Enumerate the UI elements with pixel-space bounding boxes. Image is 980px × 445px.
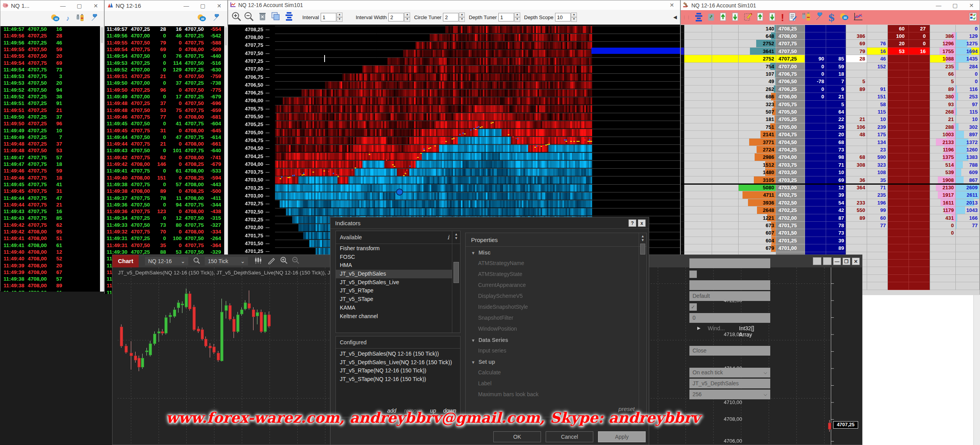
scroll-up-icon[interactable]: ▲ — [452, 231, 460, 236]
available-item[interactable]: KAMA — [336, 304, 452, 312]
window4-titlebar[interactable]: NQ 12-16 Account Sim101 — ▢ ✕ — [681, 0, 980, 11]
ts-row[interactable]: 11:49:40 4708,00 12 — [0, 249, 100, 256]
search-icon[interactable] — [193, 257, 200, 265]
ts-row[interactable]: 11:49:56 4707,25 28 — [0, 33, 100, 39]
scroll-down-icon[interactable]: ▼ — [639, 238, 646, 242]
section-header[interactable]: ▼Misc — [466, 247, 491, 258]
zoom-in-icon[interactable] — [280, 256, 288, 266]
property-input[interactable]: Close — [689, 346, 770, 356]
ts-row[interactable]: 11:49:51 4707,25 21 — [0, 107, 100, 114]
window3-titlebar[interactable]: NQ 12-16 Account Sim101 ✕ — [228, 0, 680, 10]
pencil-icon[interactable] — [268, 256, 275, 266]
ts-row[interactable]: 11:49:56 4707,25 46 — [0, 40, 100, 46]
depth-tuner-stepper[interactable]: ▲▼ — [514, 12, 520, 22]
ts-row[interactable]: 11:49:39 4708,00 20 — [0, 263, 100, 269]
zoom-in-icon[interactable] — [231, 11, 241, 23]
zoom-out-icon[interactable] — [292, 256, 300, 266]
ts-row[interactable]: 11:49:39 4708,00 67 — [0, 269, 100, 276]
dollar-icon[interactable]: $ — [828, 12, 835, 23]
depth-scope-stepper[interactable]: ▲▼ — [571, 12, 577, 22]
wrench-icon[interactable] — [212, 14, 220, 23]
ts-row[interactable]: 11:49:42 4707,75 62 — [0, 222, 100, 229]
recycle-bin-icon[interactable] — [707, 12, 715, 23]
page-down-icon-2[interactable] — [769, 12, 777, 23]
minimize-icon[interactable]: — — [833, 258, 841, 265]
configured-item[interactable]: JT_v5_DepthSales_Live(NQ 12-16 (150 Tick… — [336, 358, 460, 367]
depth-bars-icon[interactable] — [285, 11, 294, 23]
time-sales-list-1[interactable]: 11:49:57 4707,50 1611:49:56 4707,25 2811… — [0, 26, 100, 292]
info-icon[interactable]: i — [447, 234, 449, 241]
property-input[interactable] — [689, 280, 770, 290]
dom-row[interactable]: 31054703,256936351908867 — [681, 176, 980, 184]
ts-row[interactable]: 11:49:57 4707,50 16 — [0, 26, 100, 33]
ts-row[interactable]: 11:49:38 4708,00 57 — [0, 276, 100, 283]
expand-arrow-icon[interactable]: ▶ — [697, 326, 700, 331]
chat-bubble-icon[interactable] — [197, 14, 206, 23]
ts-row[interactable]: 11:49:54 4707,75 69 — [0, 60, 100, 67]
layers-icon[interactable] — [271, 12, 280, 23]
edit-page-icon[interactable] — [744, 12, 752, 23]
zoom-out-icon[interactable] — [244, 11, 254, 23]
apply-button[interactable]: Apply — [598, 431, 646, 442]
dom-row[interactable]: 27524707,75697620012961275 — [681, 40, 980, 47]
property-checkbox[interactable]: ✓ — [689, 303, 697, 311]
trash-icon[interactable] — [259, 12, 266, 23]
ts-row[interactable]: 11:49:43 4707,75 85 — [0, 215, 100, 222]
cancel-button[interactable]: Cancel — [546, 431, 593, 442]
ts-row[interactable]: 11:49:50 4707,25 96 — [0, 121, 100, 127]
dom-row[interactable]: 36414707,507916531617551694 — [681, 48, 980, 55]
property-input[interactable]: JT_v5_DepthSales — [689, 379, 770, 388]
available-item[interactable]: JT_v5_STape — [336, 295, 452, 304]
ts-row[interactable]: 11:49:37 4708,00 11 — [0, 290, 100, 292]
dom-row[interactable]: 6794701,0089 — [681, 244, 980, 252]
available-item[interactable]: Fisher transform — [336, 244, 452, 253]
ts-row[interactable]: 11:49:38 4708,00 89 — [0, 283, 100, 289]
dom-row[interactable]: 50804703,00123647121302609 — [681, 184, 980, 191]
dom-row[interactable]: 3234705,755589397 — [681, 101, 980, 108]
interval-input[interactable]: 1 — [321, 13, 336, 21]
plug-battery-icon[interactable] — [801, 12, 811, 23]
ts-row[interactable]: 11:49:46 4707,75 59 — [0, 168, 100, 174]
dom-row[interactable]: 6484708,003861000386129 — [681, 32, 980, 40]
scrollbar-thumb[interactable] — [453, 262, 459, 283]
ts-row[interactable]: 11:49:49 4707,25 7 — [0, 134, 100, 141]
dom-row[interactable]: 1074706,75018660 — [681, 70, 980, 78]
configured-item[interactable]: JT_v5_DepthSales(NQ 12-16 (150 Tick)) — [336, 350, 460, 358]
ts-row[interactable]: 11:49:47 4707,75 18 — [0, 161, 100, 168]
circle-tuner-stepper[interactable]: ▲▼ — [459, 12, 465, 22]
scroll-up-icon[interactable]: ▲ — [639, 233, 646, 238]
document-pen-icon[interactable] — [789, 12, 797, 23]
desktop-scroll-strip[interactable] — [973, 295, 980, 445]
minimize-icon[interactable]: — — [55, 3, 71, 9]
drag-handle-icon[interactable]: ⋮⋮ — [682, 15, 691, 20]
ts-row[interactable]: 11:49:50 4707,25 37 — [0, 114, 100, 121]
toolbar-button-blank-2[interactable] — [823, 257, 832, 265]
instrument-select[interactable]: NQ 12-16 ⌄ — [145, 257, 188, 265]
plug-battery-icon[interactable] — [76, 14, 84, 23]
scrollbar-thumb[interactable] — [640, 244, 645, 255]
ts-row[interactable]: 11:49:47 4707,75 57 — [0, 155, 100, 161]
ts-row[interactable]: 11:49:44 4707,75 21 — [0, 202, 100, 208]
dom-row[interactable]: 27244704,25732311961260 — [681, 146, 980, 153]
collapse-arrow-icon[interactable]: ◀ — [673, 14, 677, 20]
time-sales-list-2[interactable]: 11:49:57 4707,25 28 16 4707,50 -55411:49… — [105, 26, 224, 294]
interval-stepper[interactable]: ▲▼ — [337, 12, 343, 22]
wrench-icon[interactable] — [91, 14, 98, 23]
ts-row[interactable]: 11:49:51 4707,25 91 — [0, 100, 100, 107]
window2-titlebar[interactable]: NQ 12-16 — ▢ ✕ — [105, 0, 227, 11]
available-item[interactable]: FOSC — [336, 253, 452, 262]
minimize-icon[interactable]: — — [930, 3, 947, 8]
dom-row[interactable]: 27524707,259085284610881435 — [681, 55, 980, 62]
dom-row[interactable]: 6734701,757877077 — [681, 222, 980, 229]
maximize-icon[interactable]: ▢ — [947, 3, 963, 8]
close-icon[interactable]: x — [638, 219, 646, 227]
property-input[interactable]: 0 — [689, 313, 770, 323]
dom-row[interactable]: 7544707,00059152235284 — [681, 63, 980, 70]
section-header[interactable]: ▼Data Series — [466, 335, 508, 345]
tab-chart[interactable]: Chart — [112, 255, 139, 267]
property-checkbox[interactable] — [689, 271, 697, 278]
close-icon[interactable]: ✕ — [963, 3, 980, 8]
ts-row[interactable]: 11:49:55 4707,50 59 — [0, 46, 100, 53]
window1-scrollbar[interactable] — [100, 26, 104, 292]
dom-row[interactable]: 47114702,753923519172611 — [681, 191, 980, 199]
